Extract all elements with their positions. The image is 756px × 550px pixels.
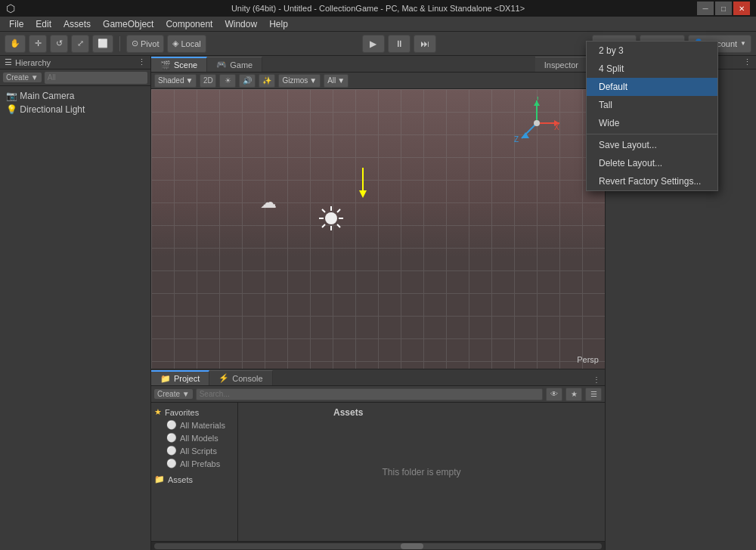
menu-edit[interactable]: Edit [29,17,57,31]
window-controls: ─ □ ✕ [697,2,750,15]
favorites-folder[interactable]: ★ Favorites [151,406,237,419]
prefab-icon: ⚪ [166,459,177,468]
rotate-tool-button[interactable]: ↺ [50,35,68,53]
hierarchy-header: ☰ Hierarchy ⋮ [0,56,150,70]
hierarchy-search-input[interactable] [45,72,147,84]
rect-tool-button[interactable]: ⬜ [92,35,113,53]
assets-title-bar: Assets [329,406,367,419]
step-button[interactable]: ⏭ [414,35,436,53]
scene-background: ☁ [151,89,605,369]
svg-marker-16 [522,132,529,138]
move-tool-button[interactable]: ✛ [29,35,47,53]
all-prefabs-item[interactable]: ⚪ All Prefabs [151,457,237,470]
favorites-icon: ★ [154,407,162,417]
all-models-item[interactable]: ⚪ All Models [151,431,237,444]
assets-icon: 📁 [154,474,165,484]
2d-toggle[interactable]: 2D [200,74,216,88]
close-button[interactable]: ✕ [733,2,750,15]
all-dropdown[interactable]: All ▼ [324,74,349,88]
menu-window[interactable]: Window [218,17,263,31]
svg-point-0 [325,212,337,224]
scale-tool-button[interactable]: ⤢ [71,35,89,53]
project-view-btn3[interactable]: ☰ [585,388,602,401]
cloud-icon: ☁ [260,193,277,212]
scene-viewport[interactable]: ☁ [151,89,605,369]
svg-line-5 [322,209,325,212]
console-icon: ⚡ [218,373,229,383]
layout-2by3[interactable]: 2 by 3 [587,42,717,60]
script-icon: ⚪ [166,446,177,456]
project-toolbar: Create ▼ 👁 ★ ☰ [151,386,605,403]
window-title: Unity (64bit) - Untitled - CollectionGam… [231,4,525,13]
scroll-track[interactable] [154,543,602,549]
material-icon: ⚪ [166,420,177,430]
pivot-button[interactable]: ⊙ Pivot [126,35,164,53]
svg-text:Z: Z [514,135,519,144]
minimize-button[interactable]: ─ [697,2,714,15]
hand-tool-button[interactable]: ✋ [5,35,26,53]
project-create-button[interactable]: Create ▼ [154,389,193,399]
empty-folder-label: This folder is empty [382,467,460,477]
sun-icon [319,206,343,230]
bottom-menu-button[interactable]: ⋮ [588,374,605,385]
assets-folder[interactable]: 📁 Assets [151,473,237,486]
light-icon: 💡 [6,104,17,115]
gizmos-dropdown-arrow: ▼ [309,76,317,85]
hierarchy-toolbar: Create ▼ [0,70,150,86]
menu-gameobject[interactable]: GameObject [97,17,160,31]
scene-game-tabs: 🎬 Scene 🎮 Game Inspector ⋮ [151,56,605,73]
play-button[interactable]: ▶ [362,35,385,53]
project-view-btn1[interactable]: 👁 [546,388,562,401]
hierarchy-create-button[interactable]: Create ▼ [3,73,42,82]
bottom-panel: 📁 Project ⚡ Console ⋮ Create ▼ 👁 ★ ☰ [151,369,605,550]
account-dropdown-arrow: ▼ [740,40,746,47]
menu-component[interactable]: Component [160,17,218,31]
project-tree: ★ Favorites ⚪ All Materials ⚪ All Models… [151,403,238,541]
console-tab[interactable]: ⚡ Console [209,370,272,385]
layout-4split[interactable]: 4 Split [587,60,717,78]
hierarchy-menu-icon[interactable]: ⋮ [138,57,146,67]
project-search-input[interactable] [196,388,543,400]
scene-toolbar: Shaded ▼ 2D ☀ 🔊 ✨ Gizmos ▼ All ▼ [151,73,605,89]
project-icon: 📁 [160,374,171,384]
layout-default[interactable]: Default [587,78,717,96]
fx-toggle[interactable]: ✨ [259,74,275,88]
menu-help[interactable]: Help [263,17,294,31]
hierarchy-item-directional-light[interactable]: 💡 Directional Light [0,103,150,116]
audio-toggle[interactable]: 🔊 [239,74,256,88]
inspector-menu-icon[interactable]: ⋮ [743,57,751,67]
all-scripts-item[interactable]: ⚪ All Scripts [151,444,237,457]
scene-tab-icon: 🎬 [160,60,171,70]
app-icon: ⬡ [6,2,15,14]
game-tab[interactable]: 🎮 Game [207,57,262,72]
transform-gizmo: X Y Z [510,97,563,150]
pause-button[interactable]: ⏸ [388,35,411,53]
gizmos-dropdown[interactable]: Gizmos ▼ [278,74,321,88]
local-button[interactable]: ◈ Local [167,35,206,53]
project-tab[interactable]: 📁 Project [151,370,209,385]
horizontal-scrollbar[interactable] [151,541,605,550]
menu-file[interactable]: File [3,17,29,31]
project-view-btn2[interactable]: ★ [565,388,582,401]
all-materials-item[interactable]: ⚪ All Materials [151,419,237,431]
menu-assets[interactable]: Assets [57,17,97,31]
hierarchy-item-main-camera[interactable]: 📷 Main Camera [0,89,150,103]
layout-wide[interactable]: Wide [587,114,717,132]
persp-label: Persp [577,355,599,364]
inspector-tab[interactable]: Inspector [535,57,588,72]
shading-dropdown[interactable]: Shaded ▼ [154,74,197,88]
local-icon: ◈ [172,39,178,48]
center-area: 🎬 Scene 🎮 Game Inspector ⋮ Shaded ▼ 2D ☀… [151,56,605,550]
maximize-button[interactable]: □ [715,2,732,15]
layout-dropdown-menu: 2 by 3 4 Split Default Tall Wide Save La… [586,41,718,191]
shading-dropdown-arrow: ▼ [185,76,193,85]
scene-tab[interactable]: 🎬 Scene [151,57,207,72]
lighting-toggle[interactable]: ☀ [219,74,236,88]
layout-save[interactable]: Save Layout... [587,136,717,154]
scroll-thumb[interactable] [401,543,423,549]
hierarchy-list: 📷 Main Camera 💡 Directional Light [0,86,150,550]
layout-tall[interactable]: Tall [587,96,717,114]
model-icon: ⚪ [166,433,177,443]
layout-revert[interactable]: Revert Factory Settings... [587,172,717,190]
layout-delete[interactable]: Delete Layout... [587,154,717,172]
